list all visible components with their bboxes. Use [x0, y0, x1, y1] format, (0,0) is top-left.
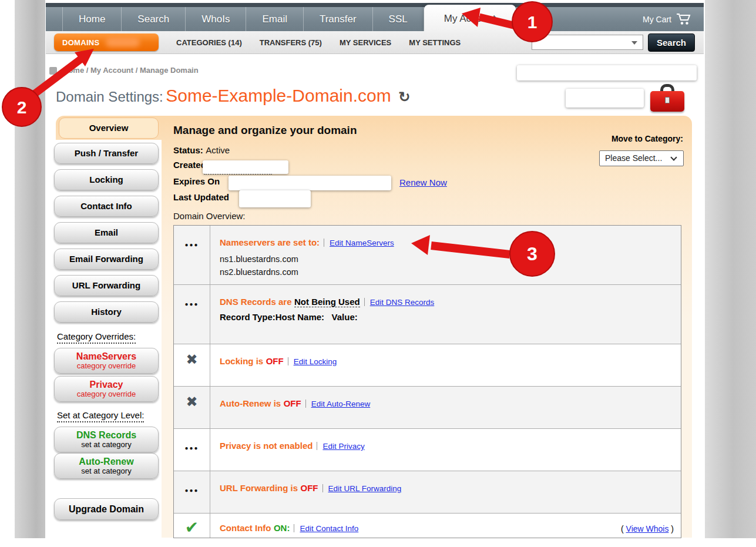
domain-name: Some-Example-Domain.com	[166, 86, 391, 105]
redacted-value	[566, 89, 644, 108]
expires-on-label: Expires On	[173, 176, 220, 186]
x-icon: ✖	[174, 387, 210, 428]
row-nameservers: ●●● Nameservers are set to:Edit NameServ…	[174, 226, 681, 284]
dots-icon: ●●●	[174, 471, 210, 513]
edit-locking-link[interactable]: Edit Locking	[294, 357, 337, 366]
category-select[interactable]: Please Select...	[599, 150, 684, 166]
category-autorenew-title: Auto-Renew	[55, 456, 158, 467]
edit-nameservers-link[interactable]: Edit NameServers	[330, 239, 394, 247]
move-to-category-label: Move to Category:	[592, 134, 683, 143]
dots-icon: ●●●	[174, 226, 210, 284]
urlforwarding-title: URL Forwarding is	[220, 483, 298, 493]
category-overrides-heading: Category Overrides:	[57, 331, 136, 344]
separator	[305, 400, 306, 408]
separator	[317, 442, 317, 450]
upgrade-domain-button[interactable]: Upgrade Domain	[54, 498, 159, 520]
override-privacy-title: Privacy	[55, 379, 158, 390]
main-nav: Home Search WhoIs Email Transfer SSL My …	[46, 7, 704, 31]
status-label: Status:	[173, 145, 203, 155]
renew-now-link[interactable]: Renew Now	[399, 177, 447, 187]
row-dns-records: ●●● DNS Records are Not Being UsedEdit D…	[174, 284, 681, 344]
tab-transfer[interactable]: Transfer	[304, 7, 373, 31]
dots-icon: ●●●	[174, 285, 210, 344]
privacy-title: Privacy is not enabled	[220, 441, 313, 451]
redacted-value	[517, 65, 697, 80]
override-privacy-button[interactable]: Privacy category override	[54, 376, 159, 402]
edit-contact-info-link[interactable]: Edit Contact Info	[300, 524, 358, 533]
separator	[324, 239, 324, 247]
chevron-down-icon	[670, 154, 677, 160]
domain-overview-table: ●●● Nameservers are set to:Edit NameServ…	[173, 225, 681, 538]
separator	[288, 357, 288, 365]
breadcrumb: Home / My Account / Manage Domain	[63, 66, 199, 75]
separator	[294, 524, 294, 532]
category-dns-records-button[interactable]: DNS Records set at category	[54, 427, 159, 452]
check-icon: ✔	[174, 514, 210, 538]
redacted-expires-date	[229, 176, 391, 190]
sidebar-tab-contact-info[interactable]: Contact Info	[54, 196, 159, 217]
urlforwarding-status: OFF	[301, 483, 318, 493]
subnav-item-domains[interactable]: DOMAINS	[54, 33, 159, 51]
sidebar-tab-locking[interactable]: Locking	[54, 169, 159, 190]
tab-home[interactable]: Home	[62, 7, 122, 31]
edit-dns-records-link[interactable]: Edit DNS Records	[370, 298, 435, 307]
category-dns-subtitle: set at category	[55, 441, 158, 449]
domains-count-redaction	[106, 38, 140, 47]
row-locking: ✖ Locking is OFFEdit Locking	[174, 344, 681, 386]
edit-privacy-link[interactable]: Edit Privacy	[322, 442, 364, 451]
locking-status: OFF	[266, 356, 284, 366]
subnav-item-transfers[interactable]: TRANSFERS (75)	[260, 38, 322, 47]
category-autorenew-subtitle: set at category	[55, 467, 158, 475]
sidebar-tab-url-forwarding[interactable]: URL Forwarding	[54, 275, 159, 296]
tab-whois[interactable]: WhoIs	[186, 7, 246, 31]
sidebar-tab-email[interactable]: Email	[54, 222, 159, 243]
dots-icon: ●●●	[174, 429, 210, 471]
my-cart-button[interactable]: My Cart	[643, 7, 704, 31]
home-icon	[49, 67, 57, 75]
nameserver-1: ns1.bluestardns.com	[220, 253, 673, 266]
desktop-margin-left	[15, 0, 45, 538]
page-title: Domain Settings:	[56, 89, 163, 105]
sidebar-tab-history[interactable]: History	[54, 301, 159, 323]
sidebar-tab-overview[interactable]: Overview	[59, 118, 159, 139]
sidebar-tab-push-transfer[interactable]: Push / Transfer	[54, 143, 159, 164]
category-autorenew-button[interactable]: Auto-Renew set at category	[54, 453, 159, 479]
tab-my-account[interactable]: My Account	[424, 5, 516, 31]
toolbox-icon[interactable]	[650, 84, 684, 112]
dns-record-columns: Record Type:Host Name: Value:	[220, 312, 673, 322]
row-url-forwarding: ●●● URL Forwarding is OFFEdit URL Forwar…	[174, 471, 681, 513]
status-value: Active	[206, 145, 230, 155]
page: Home Search WhoIs Email Transfer SSL My …	[0, 0, 756, 547]
autorenew-title: Auto-Renew is	[220, 398, 281, 408]
locking-title: Locking is	[220, 356, 263, 366]
chevron-down-icon[interactable]	[631, 41, 637, 45]
override-nameservers-button[interactable]: NameServers category override	[54, 348, 159, 374]
sidebar-tab-email-forwarding[interactable]: Email Forwarding	[54, 249, 159, 270]
tab-search[interactable]: Search	[122, 7, 186, 31]
subnav-item-my-settings[interactable]: MY SETTINGS	[409, 38, 461, 47]
edit-url-forwarding-link[interactable]: Edit URL Forwarding	[328, 484, 402, 493]
dns-status: Not Being Used	[294, 297, 360, 307]
contact-title: Contact Info	[220, 523, 271, 533]
override-nameservers-subtitle: category override	[55, 362, 158, 370]
subnav-item-my-services[interactable]: MY SERVICES	[340, 38, 391, 47]
toolbox-clasp	[665, 97, 670, 103]
tab-ssl[interactable]: SSL	[373, 7, 424, 31]
edit-auto-renew-link[interactable]: Edit Auto-Renew	[311, 400, 371, 408]
nameserver-2: ns2.bluestardns.com	[220, 266, 673, 278]
domain-search-combobox[interactable]	[532, 35, 643, 50]
desktop-margin-right	[705, 0, 756, 538]
row-privacy: ●●● Privacy is not enabledEdit Privacy	[174, 428, 681, 471]
contact-status: ON:	[274, 523, 290, 533]
subnav-item-categories[interactable]: CATEGORIES (14)	[176, 38, 242, 47]
nameservers-title: Nameservers are set to:	[220, 237, 320, 247]
section-heading: Manage and organize your domain	[173, 124, 357, 137]
nav-top-border	[46, 3, 704, 7]
tab-email[interactable]: Email	[246, 7, 304, 31]
autorenew-status: OFF	[284, 398, 301, 408]
refresh-icon[interactable]: ↻	[398, 89, 410, 105]
search-button[interactable]: Search	[648, 33, 695, 52]
category-dns-title: DNS Records	[55, 429, 158, 441]
row-contact-info: ✔ Contact Info ON:Edit Contact Info ( Vi…	[174, 513, 681, 538]
view-whois-link[interactable]: View Whois	[626, 524, 669, 533]
